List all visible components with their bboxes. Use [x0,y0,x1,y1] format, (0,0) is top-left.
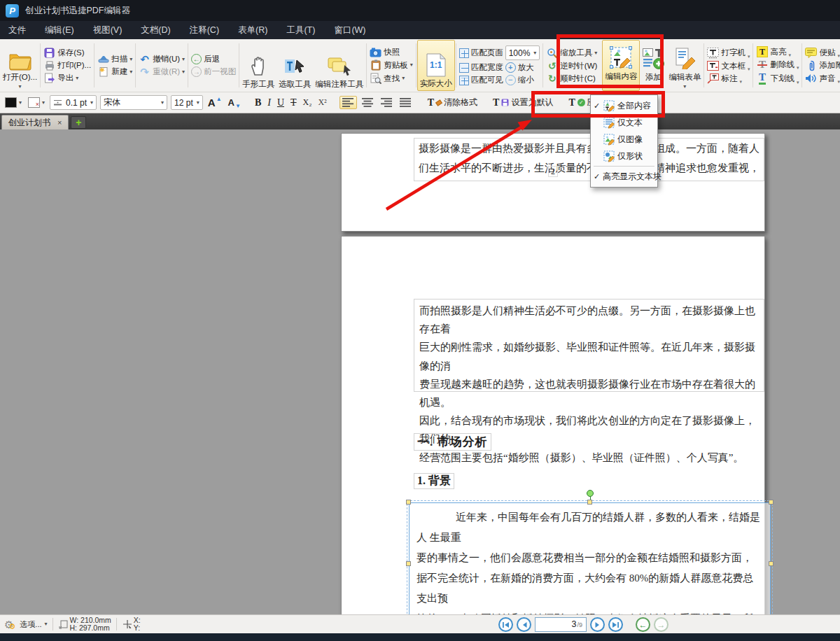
zoom-tool-button[interactable]: 缩放工具▾ [545,47,598,59]
menu-form[interactable]: 表单(R) [238,24,267,36]
dropdown-item-shape-only[interactable]: 仅形状 [591,148,657,164]
fit-page-icon[interactable] [459,48,469,58]
hand-tool-button[interactable]: 手形工具 [240,40,276,91]
find-button[interactable]: 查找▾ [368,72,414,85]
align-right-button[interactable] [379,97,395,108]
menu-document[interactable]: 文档(D) [141,24,170,36]
font-size-select[interactable]: 12 pt▾ [171,95,203,110]
resize-handle-mr[interactable] [769,561,774,566]
previous-view-button[interactable]: ← [636,617,650,632]
actual-size-button[interactable]: 1:1 实际大小 [417,40,455,91]
export-button[interactable]: 导出▾ [42,72,92,84]
zoom-level-select[interactable]: 100%▾ [505,45,540,60]
attach-button[interactable]: 添加附件▾ [804,59,840,72]
tab-business-plan[interactable]: 创业计划书 × [1,115,69,129]
selected-text-block[interactable]: 近年来，中国每年会有几百万的结婚人群，多数的人看来，结婚是人 生最重 要的事情之… [409,502,771,614]
snapshot-button[interactable]: 快照 [368,46,414,58]
title-bar: P 创业计划书迅捷PDF编辑器 [0,0,840,21]
open-button[interactable]: 打开(O)... ▾ [1,40,39,91]
select-tool-button[interactable]: 选取工具 [276,40,313,91]
first-page-button[interactable] [498,617,513,632]
callout-button[interactable]: 标注▾ [706,73,751,85]
zoom-in-button[interactable]: + [505,62,516,73]
clipboard-button[interactable]: 剪贴板▾ [368,59,414,71]
fit-visible-icon[interactable] [459,76,469,85]
undo-button[interactable]: ↶撤销(U)▾ [137,53,186,65]
last-page-button[interactable] [608,617,623,632]
edit-form-button[interactable]: 编辑表单 ▾ [666,40,703,91]
text-color-picker[interactable]: ▾ [4,97,23,108]
zoom-out-button[interactable]: − [505,75,516,85]
heading-market-analysis[interactable]: 一. 市场分析 [414,433,491,451]
save-button[interactable]: 保存(S) [42,47,92,59]
zoom-in-label[interactable]: 放大 [518,62,534,73]
add-content-button[interactable]: 添加 ▾ [640,40,666,91]
paragraph-block[interactable]: 而拍照摄影是人们精神生活必不可少的点缀。另一方面，在摄影摄像上也存在着 巨大的刚… [414,299,764,392]
strikethrough-format-button[interactable]: T [289,97,298,108]
sound-button[interactable]: 声音▾ [804,73,840,85]
highlight-button[interactable]: T高亮▾ [755,45,800,58]
options-button[interactable]: 选项... [20,619,41,630]
next-page-button[interactable] [590,617,605,632]
font-family-select[interactable]: 宋体▾ [100,95,167,110]
underline-button[interactable]: T下划线▾ [755,71,800,85]
document-canvas[interactable]: 摄影摄像是一群由热爱摄影并且具有多群组成。一方面，随着人 们生活水平的不断进步，… [0,129,840,614]
back-view-button[interactable]: ←后退 [190,53,237,65]
edit-annotation-tool-button[interactable]: 编辑注释工具 [313,40,365,91]
fit-width-icon[interactable] [459,63,469,73]
forward-view-button[interactable]: →前一视图 [190,66,237,78]
dropdown-item-all-content[interactable]: ✓ 全部内容 [591,97,657,114]
resize-handle-ml[interactable] [406,561,411,566]
align-justify-button[interactable] [398,97,414,108]
superscript-button[interactable]: X² [316,97,328,108]
increase-font-button[interactable]: A▲ [206,97,223,108]
dropdown-item-text-only[interactable]: 仅文本 [591,114,657,131]
menu-tools[interactable]: 工具(T) [286,24,315,36]
resize-handle-tl[interactable] [406,500,411,505]
redo-button[interactable]: ↷重做(R)▾ [137,66,186,78]
rotate-ccw-button[interactable]: ↺逆时针(W) [545,60,598,72]
strikeout-button[interactable]: T删除线▾ [755,59,800,71]
next-view-button[interactable]: → [654,617,668,632]
rotate-cw-button[interactable]: ↻顺时针(C) [545,73,598,85]
menu-window[interactable]: 窗口(W) [334,24,365,36]
close-icon[interactable]: × [57,118,62,127]
zoom-out-label[interactable]: 缩小 [518,75,534,85]
menu-file[interactable]: 文件 [8,24,26,36]
resize-handle-tc[interactable] [587,500,592,505]
align-center-button[interactable] [360,97,376,108]
clear-format-button[interactable]: T清除格式 [426,97,479,108]
add-tab-button[interactable]: + [71,116,86,129]
print-button[interactable]: 打印(P)... [42,59,92,71]
new-button[interactable]: 新建▾ [96,66,134,78]
menu-view[interactable]: 视图(V) [93,24,122,36]
dropdown-item-image-only[interactable]: 仅图像 [591,131,657,148]
textbox-button[interactable]: 文本框▾ [706,60,751,72]
set-default-button[interactable]: T设置为默认 [491,97,554,108]
dropdown-item-highlight-textblocks[interactable]: ✓ 高亮显示文本块 [591,168,657,185]
pdf-page-3[interactable]: 而拍照摄影是人们精神生活必不可少的点缀。另一方面，在摄影摄像上也存在着 巨大的刚… [341,236,765,614]
pdf-page-2[interactable]: 摄影摄像是一群由热爱摄影并且具有多群组成。一方面，随着人 们生活水平的不断进步，… [341,133,765,232]
check-circle-icon: ✓ [578,99,585,106]
subscript-button[interactable]: X₂ [302,97,314,108]
menu-edit[interactable]: 编辑(E) [45,24,74,36]
gear-small-icon: ⚙ [8,623,15,631]
scan-button[interactable]: 扫描▾ [96,53,134,65]
edit-content-icon [610,46,632,70]
menu-comment[interactable]: 注释(C) [190,24,219,36]
previous-page-button[interactable] [517,617,531,632]
decrease-font-button[interactable]: A▼ [227,97,242,108]
fill-color-picker[interactable]: ×▾ [27,97,46,108]
typewriter-button[interactable]: 打字机▾ [706,47,751,59]
rotate-handle[interactable] [587,490,594,497]
resize-handle-tr[interactable] [769,500,774,505]
align-left-button[interactable] [340,96,357,109]
bold-button[interactable]: B [253,97,262,108]
page-number-input[interactable]: 3/9 [535,617,587,632]
edit-content-button[interactable]: 编辑内容 ▾ [602,40,640,91]
heading-background[interactable]: 1. 背景 [414,473,454,489]
note-button[interactable]: 便贴▾ [804,47,840,59]
italic-button[interactable]: I [266,97,272,108]
stroke-width-select[interactable]: 0.1 pt ▾ [50,95,97,110]
underline-format-button[interactable]: U [276,97,286,108]
